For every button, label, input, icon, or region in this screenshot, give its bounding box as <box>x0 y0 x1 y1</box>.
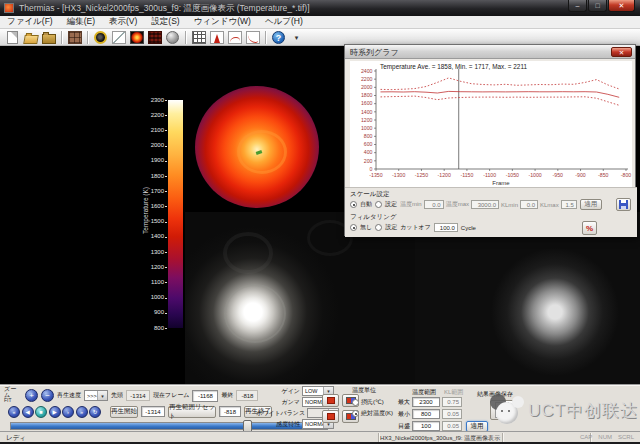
play-button[interactable]: ▶ <box>49 406 61 418</box>
temp-unit-label: 温度単位 <box>352 386 410 395</box>
display-red-button-bottom[interactable] <box>322 410 339 423</box>
svg-text:-1250: -1250 <box>415 172 428 178</box>
step-back-button[interactable]: ◀ <box>22 406 34 418</box>
stop-button[interactable]: ■ <box>35 406 47 418</box>
filter-none-label: 無し <box>360 223 372 232</box>
graph-window-close-button[interactable]: ✕ <box>611 47 632 57</box>
open-folder-icon <box>23 35 39 44</box>
line-chart-icon[interactable] <box>226 30 243 45</box>
lens-icon[interactable] <box>92 30 109 45</box>
scale-apply-button[interactable]: 適用 <box>580 199 602 210</box>
lens-icon <box>94 31 107 44</box>
svg-text:-1350: -1350 <box>369 172 382 178</box>
temp-最小-input[interactable]: 800 <box>412 409 440 419</box>
current-frame-input[interactable]: -1168 <box>192 390 218 402</box>
skip-end-button[interactable]: » <box>76 406 88 418</box>
open-folder-icon[interactable] <box>22 30 39 45</box>
status-bar: レディ HX3_Nickel2000fps_300us_f9: 温度画像表示 C… <box>0 431 640 442</box>
menu-item[interactable]: ヘルプ(H) <box>258 16 310 28</box>
step-forward-button[interactable]: › <box>62 406 74 418</box>
pattern-icon[interactable] <box>146 30 163 45</box>
toolbar-separator <box>265 31 267 44</box>
svg-text:-800: -800 <box>621 172 631 178</box>
cutoff-input[interactable]: 100.0 <box>434 223 458 232</box>
folder-icon[interactable] <box>40 30 57 45</box>
lock-flag-num: NUM <box>598 434 612 440</box>
scale-field-label: 温度min <box>400 200 422 209</box>
temp-range-row-label: 最小 <box>396 410 410 419</box>
play-end-input[interactable]: -818 <box>219 406 241 417</box>
camera-setting-label: ゲイン <box>256 387 302 396</box>
scale-auto-label: 自動 <box>360 200 372 209</box>
scale-manual-radio[interactable] <box>375 201 382 208</box>
close-button[interactable]: ✕ <box>608 0 635 12</box>
minimize-button[interactable]: – <box>568 0 587 12</box>
colorbar-tick <box>165 313 167 314</box>
menu-item[interactable]: 表示(V) <box>102 16 144 28</box>
sphere-icon[interactable] <box>164 30 181 45</box>
colorbar-tick <box>165 237 167 238</box>
zoom-in-button[interactable]: + <box>25 389 38 402</box>
dim-melt-pool <box>415 212 640 384</box>
new-file-icon[interactable] <box>4 30 21 45</box>
temp-目盛-input[interactable]: 100 <box>412 421 440 431</box>
filter-set-radio[interactable] <box>375 224 382 231</box>
keyboard-lock-flags: CAPNUMSCRL <box>580 434 634 440</box>
menu-item[interactable]: ウィンドウ(W) <box>187 16 258 28</box>
toolbar-options-caret[interactable]: ▾ <box>288 30 305 45</box>
series-max-line <box>381 78 620 90</box>
scale-field-input[interactable]: 1.5 <box>561 200 577 209</box>
colorbar-tick <box>165 100 167 101</box>
svg-text:2200: 2200 <box>361 76 373 82</box>
zoom-out-button[interactable]: − <box>41 389 54 402</box>
scale-field-input[interactable]: 0.0 <box>520 200 538 209</box>
colorbar-tick-label: 2200 <box>138 112 164 118</box>
thermal-image-view[interactable] <box>195 86 319 208</box>
scale-auto-radio[interactable] <box>350 201 357 208</box>
folder-icon <box>42 34 56 44</box>
svg-text:-1050: -1050 <box>506 172 519 178</box>
thermal-image-icon[interactable] <box>128 30 145 45</box>
menu-bar: ファイル(F)編集(E)表示(V)設定(S)ウィンドウ(W)ヘルプ(H) <box>0 16 640 29</box>
grayscale-camera-view-right[interactable] <box>415 212 640 384</box>
help-icon[interactable]: ? <box>270 30 287 45</box>
scale-field-input[interactable]: 3000.0 <box>471 200 499 209</box>
menu-item[interactable]: 設定(S) <box>144 16 186 28</box>
menu-item[interactable]: 編集(E) <box>60 16 102 28</box>
svg-text:-1150: -1150 <box>460 172 473 178</box>
colorbar-tick <box>165 191 167 192</box>
filter-none-radio[interactable] <box>350 224 357 231</box>
svg-text:0: 0 <box>370 166 373 172</box>
filter-icon-button[interactable]: % <box>582 221 597 235</box>
kl-最大-field: 0.75 <box>442 397 462 407</box>
temperature-chart[interactable]: 0200400600800100012001400160018002000220… <box>350 61 632 187</box>
image-icon[interactable] <box>110 30 127 45</box>
save-graph-button[interactable] <box>616 198 631 211</box>
display-red-button-top[interactable] <box>322 394 339 407</box>
media-buttons: «◀■▶›»↻ <box>8 406 101 418</box>
temp-最大-input[interactable]: 2300 <box>412 397 440 407</box>
lock-flag-scrl: SCRL <box>618 434 634 440</box>
skip-start-button[interactable]: « <box>8 406 20 418</box>
play-start-input[interactable]: -1314 <box>141 406 165 417</box>
menu-item[interactable]: ファイル(F) <box>0 16 60 28</box>
colorbar-tick <box>165 206 167 207</box>
toolbar-separator <box>185 31 187 44</box>
curve-chart-icon[interactable] <box>244 30 261 45</box>
grid-table-icon[interactable] <box>190 30 207 45</box>
play-speed-dropdown[interactable]: >>> <box>84 390 108 401</box>
graph-window-titlebar[interactable]: 時系列グラフ ✕ <box>345 45 635 59</box>
loop-button[interactable]: ↻ <box>89 406 101 418</box>
grayscale-camera-view-left[interactable] <box>185 212 415 384</box>
maximize-button[interactable]: □ <box>588 0 607 12</box>
kl-range-header: KL範囲 <box>444 388 463 397</box>
histogram-icon[interactable] <box>208 30 225 45</box>
radio-icon <box>352 399 359 406</box>
film-sequence-icon[interactable] <box>66 30 83 45</box>
title-bar: Thermias - [HX3_Nickel2000fps_300us_f9: … <box>0 0 640 16</box>
play-start-button[interactable]: 再生開始 <box>110 406 138 418</box>
film-sequence-icon <box>68 31 82 44</box>
scale-field-input[interactable]: 0.0 <box>424 200 444 209</box>
current-frame-label: 現在フレーム <box>153 391 189 400</box>
range-reset-button[interactable]: 再生範囲リセット <box>168 406 216 418</box>
